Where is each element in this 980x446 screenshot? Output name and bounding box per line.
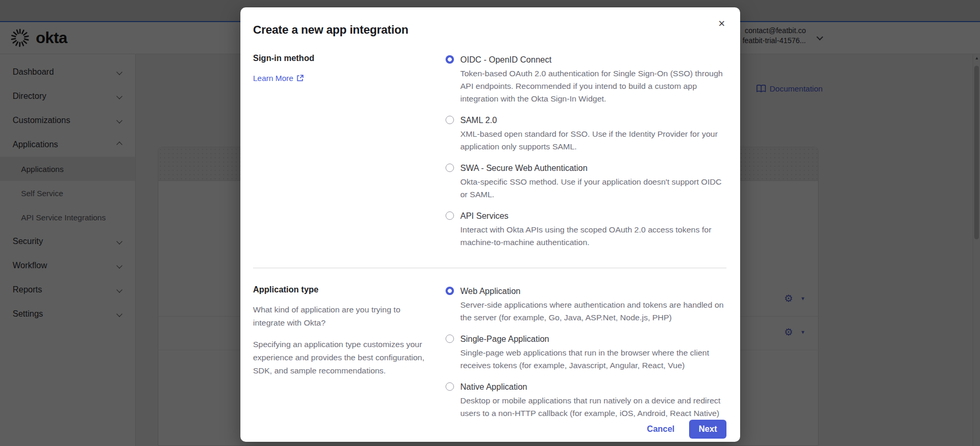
learn-more-link[interactable]: Learn More bbox=[253, 74, 304, 83]
option-description: Single-page web applications that run in… bbox=[460, 347, 726, 372]
option-name: SWA - Secure Web Authentication bbox=[460, 162, 726, 175]
radio-saml[interactable] bbox=[446, 116, 454, 124]
external-link-icon bbox=[297, 75, 304, 82]
option-name: OIDC - OpenID Connect bbox=[460, 54, 726, 66]
application-type-label: Application type bbox=[253, 285, 425, 295]
learn-more-label: Learn More bbox=[253, 74, 294, 83]
option-description: Server-side applications where authentic… bbox=[460, 299, 726, 324]
cancel-button[interactable]: Cancel bbox=[647, 424, 674, 434]
radio-native-application[interactable] bbox=[446, 382, 454, 391]
signin-option-saml[interactable]: SAML 2.0 XML-based open standard for SSO… bbox=[446, 114, 726, 153]
signin-method-label: Sign-in method bbox=[253, 54, 425, 63]
application-type-help1: What kind of application are you trying … bbox=[253, 303, 425, 329]
signin-option-oidc[interactable]: OIDC - OpenID Connect Token-based OAuth … bbox=[446, 54, 726, 105]
option-description: Okta-specific SSO method. Use if your ap… bbox=[460, 176, 726, 201]
application-type-help2: Specifying an application type customize… bbox=[253, 338, 425, 377]
option-name: Web Application bbox=[460, 285, 726, 298]
radio-oidc[interactable] bbox=[446, 55, 454, 64]
dialog-footer: Cancel Next bbox=[253, 420, 726, 439]
option-description: Token-based OAuth 2.0 authentication for… bbox=[460, 67, 726, 105]
apptype-option-web[interactable]: Web Application Server-side applications… bbox=[446, 285, 726, 324]
apptype-option-spa[interactable]: Single-Page Application Single-page web … bbox=[446, 333, 726, 372]
option-name: SAML 2.0 bbox=[460, 114, 726, 127]
signin-option-api-services[interactable]: API Services Interact with Okta APIs usi… bbox=[446, 210, 726, 249]
apptype-option-native[interactable]: Native Application Desktop or mobile app… bbox=[446, 381, 726, 420]
option-description: Desktop or mobile applications that run … bbox=[460, 394, 726, 420]
okta-admin-page: okta contact@featbit.co featbit-trial-41… bbox=[0, 0, 980, 446]
option-name: API Services bbox=[460, 210, 726, 222]
option-description: XML-based open standard for SSO. Use if … bbox=[460, 128, 726, 153]
application-type-section: Application type What kind of applicatio… bbox=[253, 285, 726, 420]
signin-option-swa[interactable]: SWA - Secure Web Authentication Okta-spe… bbox=[446, 162, 726, 201]
dialog-title: Create a new app integration bbox=[253, 23, 726, 37]
radio-api-services[interactable] bbox=[446, 211, 454, 220]
next-button[interactable]: Next bbox=[689, 420, 726, 439]
option-name: Native Application bbox=[460, 381, 726, 393]
radio-swa[interactable] bbox=[446, 164, 454, 172]
section-divider bbox=[253, 268, 726, 268]
option-name: Single-Page Application bbox=[460, 333, 726, 346]
radio-web-application[interactable] bbox=[446, 287, 454, 295]
radio-single-page-application[interactable] bbox=[446, 334, 454, 343]
option-description: Interact with Okta APIs using the scoped… bbox=[460, 224, 726, 249]
create-app-integration-dialog: × Create a new app integration Sign-in m… bbox=[240, 7, 740, 442]
signin-method-section: Sign-in method Learn More OIDC - OpenID … bbox=[253, 54, 726, 249]
close-icon[interactable]: × bbox=[714, 16, 730, 32]
